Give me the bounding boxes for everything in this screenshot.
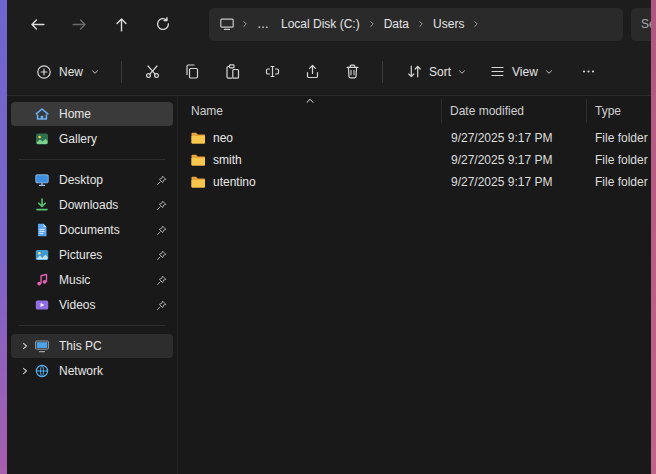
file-type: File folder [587,153,651,167]
sidebar-item-this-pc[interactable]: This PC [11,334,173,358]
videos-icon [33,297,51,313]
paste-button[interactable] [212,54,252,90]
breadcrumb-users[interactable]: Users [427,14,470,34]
sort-button-label: Sort [429,65,451,79]
expand-chevron-icon[interactable] [17,340,33,352]
sidebar-item-label: Gallery [59,132,169,146]
command-toolbar: New [7,48,651,96]
sidebar-item-downloads[interactable]: Downloads [11,193,173,217]
documents-icon [33,222,51,238]
sidebar-item-desktop[interactable]: Desktop [11,168,173,192]
breadcrumb-local-disk[interactable]: Local Disk (C:) [275,14,366,34]
sidebar-item-label: Videos [59,298,153,312]
column-header-name[interactable]: Name [178,99,442,123]
search-text: Se [641,17,651,31]
file-row[interactable]: utentino 9/27/2025 9:17 PM File folder [178,171,651,193]
up-button[interactable] [103,7,139,41]
forward-icon [71,16,88,33]
sort-ascending-icon [304,95,316,105]
more-options-button[interactable] [569,54,609,90]
sidebar-item-videos[interactable]: Videos [11,293,173,317]
downloads-icon [33,197,51,213]
breadcrumb-data[interactable]: Data [378,14,415,34]
folder-icon [190,152,206,168]
rename-icon [264,63,281,80]
up-icon [113,16,130,33]
chevron-right-icon[interactable] [415,19,427,29]
sidebar-item-label: Home [59,107,169,121]
new-button-label: New [59,65,83,79]
file-explorer-window: … Local Disk (C:) Data Users Se [7,0,651,474]
sidebar-item-label: Downloads [59,198,153,212]
sort-button[interactable]: Sort [397,56,476,87]
expand-chevron-icon[interactable] [17,365,33,377]
column-header-date-modified[interactable]: Date modified [442,99,587,123]
chevron-right-icon[interactable] [239,19,251,29]
chevron-right-icon[interactable] [366,19,378,29]
back-button[interactable] [19,7,55,41]
sidebar-item-label: Music [59,273,153,287]
sidebar-item-label: Pictures [59,248,153,262]
this-pc-breadcrumb-icon [217,16,239,32]
clipboard-paste-icon [224,63,241,80]
view-button-label: View [512,65,538,79]
breadcrumb-overflow[interactable]: … [251,14,275,34]
copy-icon [184,63,201,80]
sidebar-item-network[interactable]: Network [11,359,173,383]
trash-icon [344,63,361,80]
music-icon [33,272,51,288]
chevron-down-icon [457,67,467,77]
view-button[interactable]: View [480,56,563,87]
file-date-modified: 9/27/2025 9:17 PM [442,175,587,189]
pin-icon[interactable] [153,274,169,287]
file-date-modified: 9/27/2025 9:17 PM [442,153,587,167]
rename-button[interactable] [252,54,292,90]
address-bar[interactable]: … Local Disk (C:) Data Users [209,8,623,41]
pin-icon[interactable] [153,199,169,212]
pin-icon[interactable] [153,299,169,312]
share-button[interactable] [292,54,332,90]
pin-icon[interactable] [153,249,169,262]
delete-button[interactable] [332,54,372,90]
share-icon [304,63,321,80]
view-list-icon [489,63,506,80]
file-row[interactable]: smith 9/27/2025 9:17 PM File folder [178,149,651,171]
file-type: File folder [587,131,651,145]
chevron-right-icon[interactable] [470,19,482,29]
sort-arrows-icon [406,63,423,80]
sidebar-item-label: Network [59,364,169,378]
sidebar-item-music[interactable]: Music [11,268,173,292]
file-row[interactable]: neo 9/27/2025 9:17 PM File folder [178,127,651,149]
back-icon [29,16,46,33]
network-icon [33,363,51,379]
file-date-modified: 9/27/2025 9:17 PM [442,131,587,145]
sidebar-divider [19,159,165,160]
file-name: utentino [213,175,256,189]
ellipsis-icon [580,63,597,80]
this-pc-icon [33,338,51,354]
pictures-icon [33,247,51,263]
toolbar-divider [382,61,383,83]
chevron-down-icon [544,67,554,77]
sidebar-divider [19,325,165,326]
home-icon [33,106,51,122]
pin-icon[interactable] [153,174,169,187]
file-rows: neo 9/27/2025 9:17 PM File folder smith … [178,127,651,193]
new-button[interactable]: New [25,57,111,87]
sidebar-item-home[interactable]: Home [11,102,173,126]
column-header-type[interactable]: Type [587,99,651,123]
sidebar-item-documents[interactable]: Documents [11,218,173,242]
cut-button[interactable] [132,54,172,90]
screen: … Local Disk (C:) Data Users Se [0,0,656,474]
search-input[interactable]: Se [631,8,651,41]
forward-button[interactable] [61,7,97,41]
refresh-icon [155,16,171,32]
sidebar-item-gallery[interactable]: Gallery [11,127,173,151]
sidebar-item-pictures[interactable]: Pictures [11,243,173,267]
desktop-edge-right [651,0,656,474]
copy-button[interactable] [172,54,212,90]
refresh-button[interactable] [145,7,181,41]
file-name: smith [213,153,242,167]
pin-icon[interactable] [153,224,169,237]
column-headers: Name Date modified Type [178,99,651,123]
